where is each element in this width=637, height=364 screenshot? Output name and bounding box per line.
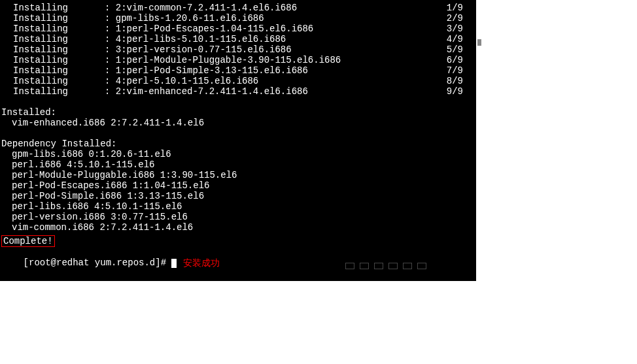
install-sep: :	[105, 13, 116, 24]
install-label: Installing	[13, 3, 105, 13]
install-progress: 4/9	[447, 34, 476, 44]
install-progress: 2/9	[447, 13, 476, 24]
terminal-output[interactable]: Installing : 2:vim-common-7.2.411-1.4.el…	[0, 0, 476, 281]
install-label: Installing	[13, 76, 105, 86]
install-package: 4:perl-libs-5.10.1-115.el6.i686	[116, 34, 447, 44]
install-package: gpm-libs-1.20.6-11.el6.i686	[116, 13, 447, 24]
install-label: Installing	[13, 86, 105, 97]
install-row: Installing : 1:perl-Pod-Escapes-1.04-115…	[0, 24, 476, 34]
install-sep: :	[105, 34, 116, 44]
install-label: Installing	[13, 34, 105, 44]
dependency-header: Dependency Installed:	[0, 139, 476, 149]
install-row: Installing : gpm-libs-1.20.6-11.el6.i686…	[0, 13, 476, 24]
status-icon	[403, 263, 412, 269]
install-row: Installing : 3:perl-version-0.77-115.el6…	[0, 44, 476, 55]
dependency-item: gpm-libs.i686 0:1.20.6-11.el6	[0, 149, 476, 159]
status-icon	[417, 263, 426, 269]
install-label: Installing	[13, 24, 105, 34]
install-progress: 9/9	[447, 86, 476, 97]
install-sep: :	[105, 44, 116, 55]
dependency-item: perl-Pod-Escapes.i686 1:1.04-115.el6	[0, 180, 476, 191]
install-progress: 1/9	[447, 3, 476, 13]
install-sep: :	[105, 65, 116, 76]
dependency-item: vim-common.i686 2:7.2.411-1.4.el6	[0, 222, 476, 233]
install-row: Installing : 1:perl-Module-Pluggable-3.9…	[0, 55, 476, 65]
install-row: Installing : 4:perl-libs-5.10.1-115.el6.…	[0, 34, 476, 44]
install-progress: 8/9	[447, 76, 476, 86]
install-row: Installing : 4:perl-5.10.1-115.el6.i686 …	[0, 76, 476, 86]
install-progress: 3/9	[447, 24, 476, 34]
status-icon	[388, 263, 398, 269]
install-package: 3:perl-version-0.77-115.el6.i686	[116, 44, 447, 55]
cursor-icon	[171, 259, 177, 268]
complete-highlight-box: Complete!	[1, 235, 55, 247]
install-progress: 5/9	[447, 44, 476, 55]
install-row: Installing : 2:vim-common-7.2.411-1.4.el…	[0, 3, 476, 13]
install-package: 2:vim-enhanced-7.2.411-1.4.el6.i686	[116, 86, 447, 97]
status-icon	[374, 263, 383, 269]
complete-text: Complete!	[3, 236, 53, 246]
install-sep: :	[105, 55, 116, 65]
dependency-item: perl-version.i686 3:0.77-115.el6	[0, 212, 476, 222]
install-row: Installing : 1:perl-Pod-Simple-3.13-115.…	[0, 65, 476, 76]
dependency-item: perl.i686 4:5.10.1-115.el6	[0, 159, 476, 170]
install-label: Installing	[13, 65, 105, 76]
shell-prompt: [root@redhat yum.repos.d]#	[24, 257, 172, 268]
status-icon	[345, 263, 354, 269]
install-label: Installing	[13, 55, 105, 65]
blank-line	[0, 128, 476, 139]
install-package: 1:perl-Pod-Simple-3.13-115.el6.i686	[116, 65, 447, 76]
install-progress: 6/9	[447, 55, 476, 65]
install-package: 4:perl-5.10.1-115.el6.i686	[116, 76, 447, 86]
install-sep: :	[105, 24, 116, 34]
install-sep: :	[105, 3, 116, 13]
installed-item: vim-enhanced.i686 2:7.2.411-1.4.el6	[0, 118, 476, 128]
install-package: 1:perl-Module-Pluggable-3.90-115.el6.i68…	[116, 55, 447, 65]
install-package: 2:vim-common-7.2.411-1.4.el6.i686	[116, 3, 447, 13]
install-progress: 7/9	[447, 65, 476, 76]
status-bar-icons	[345, 263, 426, 269]
installed-header: Installed:	[0, 107, 476, 118]
install-label: Installing	[13, 44, 105, 55]
dependency-item: perl-Module-Pluggable.i686 1:3.90-115.el…	[0, 170, 476, 180]
scrollbar-marker	[477, 39, 481, 46]
install-package: 1:perl-Pod-Escapes-1.04-115.el6.i686	[116, 24, 447, 34]
dependency-item: perl-Pod-Simple.i686 1:3.13-115.el6	[0, 191, 476, 201]
annotation-success: 安装成功	[183, 257, 220, 268]
status-icon	[360, 263, 369, 269]
blank-line	[0, 97, 476, 107]
install-label: Installing	[13, 13, 105, 24]
install-sep: :	[105, 76, 116, 86]
install-row: Installing : 2:vim-enhanced-7.2.411-1.4.…	[0, 86, 476, 97]
dependency-item: perl-libs.i686 4:5.10.1-115.el6	[0, 201, 476, 212]
install-sep: :	[105, 86, 116, 97]
